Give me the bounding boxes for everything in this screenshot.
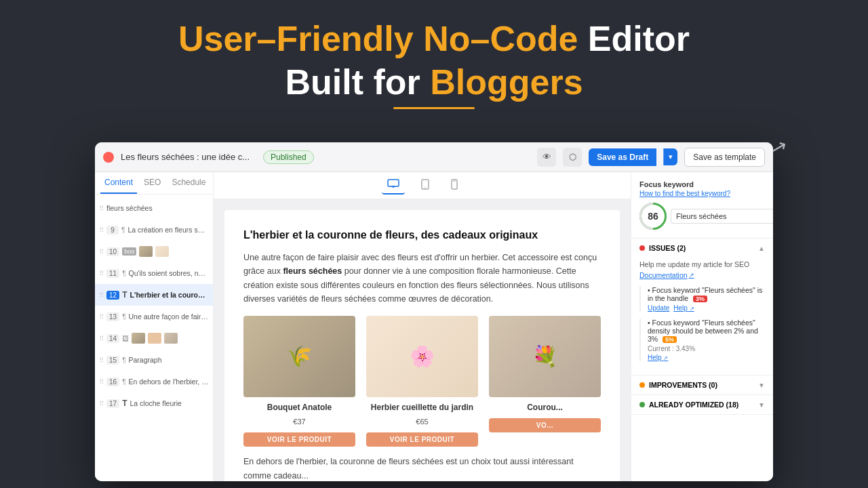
optimized-header[interactable]: ALREADY OPTIMIZED (18) ▼	[631, 395, 773, 414]
item-number: 10	[106, 247, 119, 256]
improvements-section: IMPROVEMENTS (0) ▼	[631, 375, 773, 395]
drag-handle: ⠿	[99, 291, 104, 299]
item-label: L'herbier et la couronne de fleurs, des …	[130, 291, 209, 299]
list-item[interactable]: ⠿ 12 T L'herbier et la couronne de fleur…	[95, 284, 213, 306]
list-item[interactable]: ⠿ 9 ¶ La création en fleurs séchées que …	[95, 219, 213, 241]
list-item[interactable]: ⠿ 10 boo	[95, 241, 213, 262]
hero-highlight-2: Bloggers	[430, 62, 583, 102]
issue-1-actions: Update Help ↗	[648, 304, 765, 312]
issues-body: Help me update my article for SEO Docume…	[631, 258, 773, 375]
view-toolbar	[214, 172, 631, 199]
hero-highlight-1: User–Friendly No–Code	[178, 19, 578, 58]
browser-window: Les fleurs séchées : une idée c... Publi…	[95, 142, 773, 481]
preview-icon[interactable]: 👁	[537, 148, 556, 167]
item-thumbnail	[148, 333, 161, 344]
tab-seo[interactable]: SEO	[140, 172, 165, 194]
item-label: En dehors de l'herbier, la couronne de f…	[129, 378, 210, 386]
hero-white-2: Built for	[285, 62, 430, 102]
product-card: 🌸 Herbier cueillette du jardin €65 Voir …	[366, 316, 478, 447]
article-frame[interactable]: L'herbier et la couronne de fleurs, des …	[214, 199, 631, 481]
focus-kw-link[interactable]: How to find the best keyword?	[639, 190, 765, 197]
share-icon[interactable]: ⬡	[563, 148, 582, 167]
keyword-input[interactable]	[671, 209, 773, 224]
external-icon: ↗	[663, 355, 668, 361]
item-label: Une autre façon de faire plaisir avec de…	[129, 312, 210, 321]
right-panel: Focus keyword How to find the best keywo…	[631, 172, 773, 481]
issue-1-badge: 3%	[693, 296, 707, 302]
item-number: 12	[106, 291, 119, 300]
hero-white-1: Editor	[578, 19, 690, 58]
issue-2-help-link[interactable]: Help ↗	[648, 354, 668, 361]
save-draft-button[interactable]: Save as Draft	[589, 148, 656, 166]
item-label: Qu'ils soient sobres, naturels ou coloré…	[129, 269, 210, 277]
article-bottom-text: En dehors de l'herbier, la couronne de f…	[243, 455, 601, 481]
desktop-view-button[interactable]	[382, 176, 405, 195]
published-badge: Published	[263, 150, 314, 164]
issues-section: ISSUES (2) ▲ Help me update my article f…	[631, 239, 773, 375]
hero-title-line2: Built for Bloggers	[14, 62, 854, 103]
editor-body: Content SEO Schedule Settings ⠿ fleurs s…	[95, 172, 773, 481]
item-thumbnail	[132, 333, 145, 344]
tab-schedule[interactable]: Schedule	[167, 172, 210, 194]
issue-1-update-link[interactable]: Update	[648, 304, 669, 312]
item-type-icon: ¶	[122, 357, 125, 364]
drag-handle: ⠿	[99, 226, 104, 234]
item-number: 14	[106, 334, 119, 343]
article-content: L'herbier et la couronne de fleurs, des …	[224, 210, 620, 481]
item-type-icon: boo	[122, 247, 136, 256]
issue-1-help-label: Help	[673, 304, 688, 312]
optimized-title: ALREADY OPTIMIZED (18)	[639, 401, 738, 409]
item-label: Paragraph	[129, 356, 210, 364]
product-price: €65	[366, 416, 478, 428]
mobile-view-button[interactable]	[446, 176, 463, 195]
product-grid: 🌾 Bouquet Anatole €37 Voir le produit 🌸 …	[243, 316, 601, 447]
product-image: 🌾	[243, 316, 355, 397]
kw-row: 86 Apply	[639, 203, 765, 230]
issues-header[interactable]: ISSUES (2) ▲	[631, 239, 773, 258]
issues-label: ISSUES (2)	[649, 244, 686, 252]
list-item[interactable]: ⠿ fleurs séchées	[95, 197, 213, 219]
chevron-down-icon: ▼	[758, 382, 765, 389]
list-item[interactable]: ⠿ 13 ¶ Une autre façon de faire plaisir …	[95, 306, 213, 327]
doc-label: Documentation	[639, 271, 688, 279]
optimized-label: ALREADY OPTIMIZED (18)	[649, 401, 738, 409]
issue-1-help-link[interactable]: Help ↗	[673, 304, 694, 312]
close-button[interactable]	[103, 152, 114, 163]
article-heading: L'herbier et la couronne de fleurs, des …	[243, 226, 601, 244]
optimized-dot	[639, 402, 645, 407]
product-cta-button[interactable]: Vo...	[489, 418, 601, 432]
item-type-icon: ¶	[122, 378, 125, 386]
list-item[interactable]: ⠿ 14 🖼	[95, 327, 213, 349]
drag-handle: ⠿	[99, 357, 104, 364]
list-item[interactable]: ⠿ 17 T La cloche fleurie	[95, 392, 213, 414]
product-image: 💐	[489, 316, 601, 397]
improvements-title: IMPROVEMENTS (0)	[639, 381, 717, 389]
improvements-header[interactable]: IMPROVEMENTS (0) ▼	[631, 375, 773, 394]
drag-handle: ⠿	[99, 378, 104, 386]
product-cta-button[interactable]: Voir le produit	[366, 432, 478, 447]
issues-title: ISSUES (2)	[639, 244, 686, 252]
optimized-section: ALREADY OPTIMIZED (18) ▼	[631, 395, 773, 415]
item-number: 16	[106, 378, 119, 386]
tablet-view-button[interactable]	[416, 176, 435, 195]
item-thumbnail	[164, 333, 178, 344]
hero-title-line1: User–Friendly No–Code Editor	[14, 19, 854, 60]
focus-keyword-section: Focus keyword How to find the best keywo…	[631, 172, 773, 239]
product-cta-button[interactable]: Voir le produit	[243, 432, 355, 447]
underline-decoration	[393, 107, 475, 109]
documentation-link[interactable]: Documentation ↗	[639, 271, 694, 279]
chevron-up-icon: ▲	[758, 245, 765, 252]
save-template-button[interactable]: Save as template	[684, 148, 765, 167]
list-item[interactable]: ⠿ 11 ¶ Qu'ils soient sobres, naturels ou…	[95, 262, 213, 284]
item-label: fleurs séchées	[106, 204, 209, 212]
save-draft-dropdown-button[interactable]: ▾	[663, 148, 677, 165]
drag-handle: ⠿	[99, 400, 104, 407]
seo-issue-1: • Focus keyword "Fleurs séchées" is in t…	[639, 286, 765, 312]
seo-issue-2: • Focus keyword "Fleurs séchées" density…	[639, 319, 765, 361]
list-item[interactable]: ⠿ 16 ¶ En dehors de l'herbier, la couron…	[95, 371, 213, 392]
tab-title: Les fleurs séchées : une idée c...	[121, 152, 256, 162]
tab-content[interactable]: Content	[100, 172, 137, 194]
list-item[interactable]: ⠿ 15 ¶ Paragraph	[95, 349, 213, 371]
product-name: Courou...	[489, 401, 601, 414]
issue-2-badge: 5%	[663, 336, 677, 343]
